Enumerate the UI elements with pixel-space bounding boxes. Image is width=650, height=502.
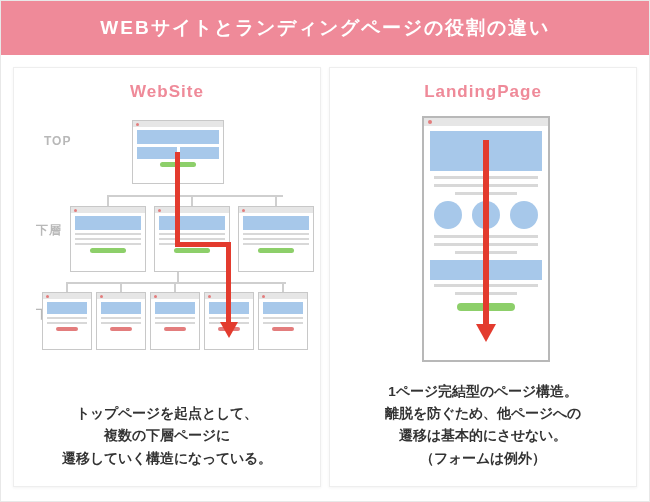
website-title: WebSite xyxy=(14,82,320,102)
tree-connector xyxy=(107,195,283,197)
diagram-frame: WEBサイトとランディングページの役割の違い WebSite TOP 下層 下層 xyxy=(0,0,650,502)
tree-connector xyxy=(191,195,193,206)
landing-illustration xyxy=(330,114,636,374)
flow-arrow-head-icon xyxy=(476,324,496,342)
flow-arrow xyxy=(175,152,180,244)
page-thumb-bottom xyxy=(96,292,146,350)
landing-title: LandingPage xyxy=(330,82,636,102)
page-thumb-mid xyxy=(154,206,230,272)
page-thumb-bottom xyxy=(42,292,92,350)
flow-arrow-head-icon xyxy=(220,322,238,338)
flow-arrow xyxy=(483,140,489,328)
flow-arrow xyxy=(226,242,231,326)
page-thumb-mid xyxy=(70,206,146,272)
website-tree: TOP 下層 下層 xyxy=(14,114,320,374)
page-thumb-bottom xyxy=(258,292,308,350)
page-thumb-bottom xyxy=(150,292,200,350)
tree-connector xyxy=(120,282,122,292)
flow-arrow xyxy=(175,242,231,247)
landing-caption: 1ページ完結型のページ構造。 離脱を防ぐため、他ページへの 遷移は基本的にさせな… xyxy=(330,381,636,470)
level-label-mid: 下層 xyxy=(36,222,62,239)
panel-landingpage: LandingPage 1ページ完結型のページ構造。 離脱を防ぐため、他ページへ… xyxy=(329,67,637,487)
tree-connector xyxy=(107,195,109,206)
panel-website: WebSite TOP 下層 下層 xyxy=(13,67,321,487)
tree-connector xyxy=(174,282,176,292)
tree-connector xyxy=(282,282,284,292)
header-title: WEBサイトとランディングページの役割の違い xyxy=(1,1,649,55)
tree-connector xyxy=(177,272,179,282)
tree-connector xyxy=(275,195,277,206)
website-caption: トップページを起点として、 複数の下層ページに 遷移していく構造になっている。 xyxy=(14,403,320,470)
tree-connector xyxy=(66,282,68,292)
panels-row: WebSite TOP 下層 下層 xyxy=(1,55,649,499)
tree-connector xyxy=(66,282,286,284)
level-label-top: TOP xyxy=(44,134,71,148)
page-thumb-mid xyxy=(238,206,314,272)
